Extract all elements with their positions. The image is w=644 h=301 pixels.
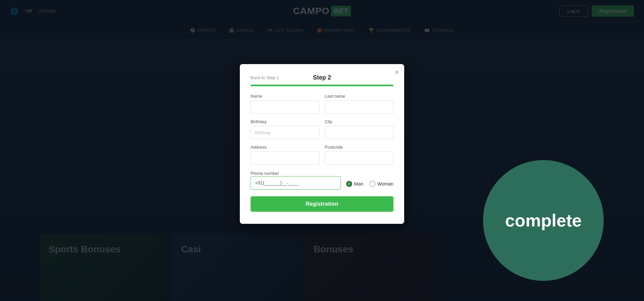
- gender-group: Man Woman: [346, 181, 393, 190]
- last-name-label: Last name: [325, 94, 393, 99]
- phone-gender-row: Phone number +91(______)__-____ Man Woma…: [251, 170, 393, 190]
- birthday-input[interactable]: [251, 126, 319, 139]
- phone-label: Phone number: [251, 171, 279, 176]
- postcode-label: Postcode: [325, 145, 393, 150]
- birthday-city-row: Birthday City: [251, 119, 393, 139]
- back-to-step1-link[interactable]: Back to Step 1: [251, 75, 279, 80]
- city-label: City: [325, 119, 393, 124]
- phone-group: Phone number +91(______)__-____: [251, 170, 341, 190]
- name-label: Name: [251, 94, 319, 99]
- address-label: Address: [251, 145, 319, 150]
- phone-input-wrapper[interactable]: +91(______)__-____: [251, 176, 341, 190]
- address-postcode-row: Address Postcode: [251, 145, 393, 165]
- birthday-label: Birthday: [251, 119, 319, 124]
- postcode-input[interactable]: [325, 151, 393, 165]
- birthday-group: Birthday: [251, 119, 319, 139]
- name-row: Name Last name: [251, 94, 393, 114]
- phone-value: +91(______)__-____: [255, 180, 299, 186]
- register-button[interactable]: Registration: [251, 196, 393, 212]
- postcode-group: Postcode: [325, 145, 393, 165]
- modal-close-button[interactable]: ×: [395, 69, 399, 76]
- last-name-input[interactable]: [325, 100, 393, 114]
- woman-radio[interactable]: [369, 181, 375, 187]
- name-group: Name: [251, 94, 319, 114]
- modal-header: Back to Step 1 Step 2: [251, 74, 393, 81]
- modal-backdrop: × Back to Step 1 Step 2 Name Last name B…: [0, 0, 644, 301]
- progress-bar-fill: [251, 85, 393, 86]
- man-radio-label[interactable]: Man: [346, 181, 363, 187]
- last-name-group: Last name: [325, 94, 393, 114]
- name-input[interactable]: [251, 100, 319, 114]
- registration-modal: × Back to Step 1 Step 2 Name Last name B…: [240, 64, 404, 224]
- address-group: Address: [251, 145, 319, 165]
- city-group: City: [325, 119, 393, 139]
- progress-bar: [251, 85, 393, 86]
- woman-radio-label[interactable]: Woman: [369, 181, 393, 187]
- man-radio[interactable]: [346, 181, 352, 187]
- city-input[interactable]: [325, 126, 393, 139]
- address-input[interactable]: [251, 151, 319, 165]
- woman-label: Woman: [377, 181, 393, 187]
- man-label: Man: [354, 181, 363, 187]
